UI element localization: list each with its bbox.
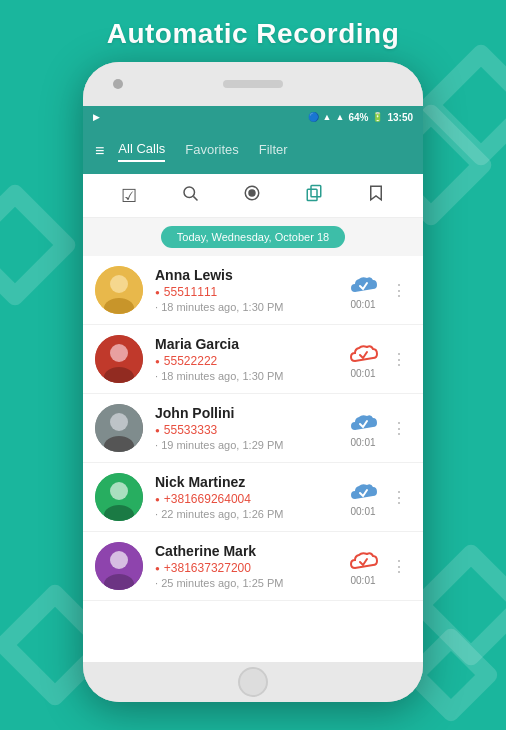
tab-all-calls[interactable]: All Calls	[118, 141, 165, 162]
caller-name: Anna Lewis	[155, 267, 345, 283]
svg-point-7	[110, 275, 128, 293]
record-icon[interactable]	[243, 184, 261, 207]
time-display: 13:50	[387, 112, 413, 123]
status-right: 🔵 ▲ ▲ 64% 🔋 13:50	[308, 112, 413, 123]
call-time: 18 minutes ago, 1:30 PM	[155, 370, 345, 382]
page-title: Automatic Recording	[107, 18, 400, 50]
more-options-icon[interactable]: ⋮	[387, 553, 411, 580]
more-options-icon[interactable]: ⋮	[387, 415, 411, 442]
cloud-icon[interactable]	[345, 546, 381, 574]
caller-name: John Pollini	[155, 405, 345, 421]
call-item[interactable]: John Pollini 55533333 19 minutes ago, 1:…	[83, 394, 423, 463]
call-action[interactable]: 00:01	[345, 477, 381, 517]
call-time: 19 minutes ago, 1:29 PM	[155, 439, 345, 451]
caller-name: Maria Garcia	[155, 336, 345, 352]
search-icon[interactable]	[181, 184, 199, 207]
caller-name: Catherine Mark	[155, 543, 345, 559]
caller-number: +381637327200	[155, 561, 345, 575]
more-options-icon[interactable]: ⋮	[387, 277, 411, 304]
call-action[interactable]: 00:01	[345, 270, 381, 310]
bookmark-icon[interactable]	[367, 184, 385, 207]
call-duration: 00:01	[350, 368, 375, 379]
tab-bar: ≡ All Calls Favorites Filter	[83, 128, 423, 174]
call-info: Anna Lewis 55511111 18 minutes ago, 1:30…	[155, 267, 345, 313]
cloud-icon[interactable]	[345, 270, 381, 298]
caller-number: 55533333	[155, 423, 345, 437]
svg-rect-5	[307, 189, 317, 200]
call-info: Maria Garcia 55522222 18 minutes ago, 1:…	[155, 336, 345, 382]
avatar	[95, 473, 143, 521]
tab-filter[interactable]: Filter	[259, 142, 288, 161]
call-duration: 00:01	[350, 575, 375, 586]
camera	[113, 79, 123, 89]
battery-icon: 🔋	[372, 112, 383, 122]
svg-point-19	[110, 551, 128, 569]
svg-point-10	[110, 344, 128, 362]
svg-point-3	[249, 190, 255, 196]
svg-point-13	[110, 413, 128, 431]
avatar	[95, 266, 143, 314]
call-duration: 00:01	[350, 299, 375, 310]
call-item[interactable]: Maria Garcia 55522222 18 minutes ago, 1:…	[83, 325, 423, 394]
avatar	[95, 542, 143, 590]
svg-line-1	[193, 196, 197, 200]
more-options-icon[interactable]: ⋮	[387, 346, 411, 373]
toolbar: ☑	[83, 174, 423, 218]
call-time: 22 minutes ago, 1:26 PM	[155, 508, 345, 520]
call-item[interactable]: Nick Martinez +381669264004 22 minutes a…	[83, 463, 423, 532]
call-item[interactable]: Catherine Mark +381637327200 25 minutes …	[83, 532, 423, 601]
status-bar: ▶ 🔵 ▲ ▲ 64% 🔋 13:50	[83, 106, 423, 128]
phone-bottom	[83, 662, 423, 702]
call-action[interactable]: 00:01	[345, 339, 381, 379]
phone-frame: ▶ 🔵 ▲ ▲ 64% 🔋 13:50 ≡ All Calls Favorite…	[83, 62, 423, 702]
call-info: John Pollini 55533333 19 minutes ago, 1:…	[155, 405, 345, 451]
home-button[interactable]	[238, 667, 268, 697]
copy-icon[interactable]	[305, 184, 323, 207]
call-duration: 00:01	[350, 506, 375, 517]
date-badge: Today, Wednesday, October 18	[161, 226, 345, 248]
signal-icon: ▲	[335, 112, 344, 122]
svg-rect-4	[311, 186, 321, 197]
caller-number: 55522222	[155, 354, 345, 368]
svg-point-0	[184, 187, 195, 198]
more-options-icon[interactable]: ⋮	[387, 484, 411, 511]
caller-name: Nick Martinez	[155, 474, 345, 490]
cloud-icon[interactable]	[345, 477, 381, 505]
cloud-icon[interactable]	[345, 339, 381, 367]
speaker	[223, 80, 283, 88]
svg-point-16	[110, 482, 128, 500]
call-duration: 00:01	[350, 437, 375, 448]
avatar	[95, 335, 143, 383]
call-time: 18 minutes ago, 1:30 PM	[155, 301, 345, 313]
caller-number: 55511111	[155, 285, 345, 299]
caller-number: +381669264004	[155, 492, 345, 506]
call-action[interactable]: 00:01	[345, 546, 381, 586]
bluetooth-icon: 🔵	[308, 112, 319, 122]
avatar	[95, 404, 143, 452]
phone-top	[83, 62, 423, 106]
call-item[interactable]: Anna Lewis 55511111 18 minutes ago, 1:30…	[83, 256, 423, 325]
menu-icon[interactable]: ≡	[95, 142, 104, 160]
call-info: Catherine Mark +381637327200 25 minutes …	[155, 543, 345, 589]
cloud-icon[interactable]	[345, 408, 381, 436]
status-left: ▶	[93, 112, 100, 122]
check-icon[interactable]: ☑	[121, 185, 137, 207]
call-time: 25 minutes ago, 1:25 PM	[155, 577, 345, 589]
call-info: Nick Martinez +381669264004 22 minutes a…	[155, 474, 345, 520]
call-list: Anna Lewis 55511111 18 minutes ago, 1:30…	[83, 256, 423, 662]
tab-favorites[interactable]: Favorites	[185, 142, 238, 161]
notification-icon: ▶	[93, 112, 100, 122]
wifi-icon: ▲	[323, 112, 332, 122]
battery-text: 64%	[348, 112, 368, 123]
date-badge-container: Today, Wednesday, October 18	[83, 218, 423, 256]
call-action[interactable]: 00:01	[345, 408, 381, 448]
